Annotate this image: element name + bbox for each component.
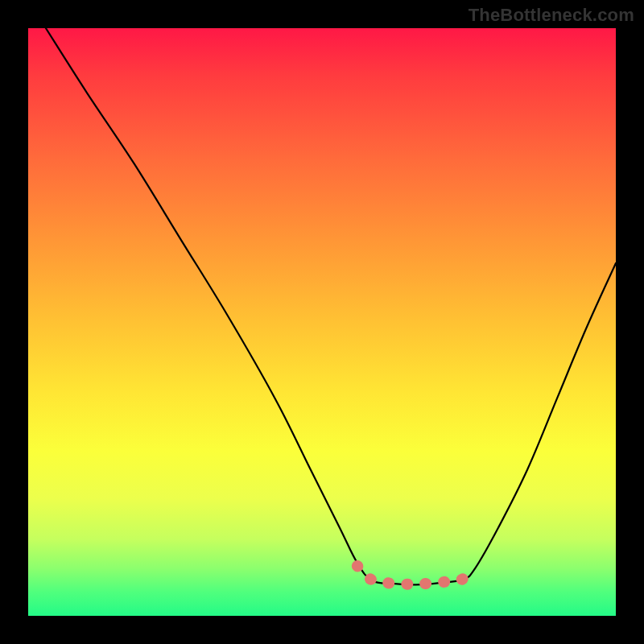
marker-curve xyxy=(357,566,475,584)
main-curve xyxy=(46,28,616,584)
chart-svg xyxy=(28,28,616,616)
plot-area xyxy=(28,28,616,616)
watermark-text: TheBottleneck.com xyxy=(469,5,634,26)
chart-frame: TheBottleneck.com xyxy=(0,0,644,644)
